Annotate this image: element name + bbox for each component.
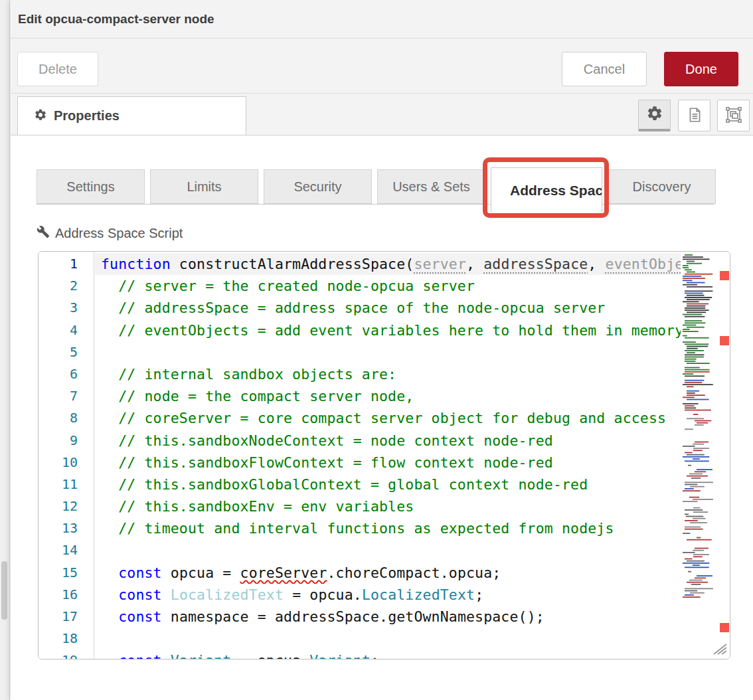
tab-users-sets[interactable]: Users & Sets xyxy=(377,169,485,204)
editor-resize-grip[interactable] xyxy=(712,643,727,655)
dialog-title: Edit opcua-compact-server node xyxy=(11,12,214,27)
line-number: 12 xyxy=(39,495,94,517)
code-line xyxy=(95,628,681,650)
code-line: // this.sandboxNodeContext = node contex… xyxy=(95,430,681,452)
line-number: 11 xyxy=(39,474,94,495)
code-editor[interactable]: 12345678910111213141516171819 function c… xyxy=(38,251,730,659)
description-icon-button[interactable] xyxy=(678,100,711,131)
properties-icon-button[interactable] xyxy=(638,100,671,131)
edit-node-dialog: Edit opcua-compact-server node Delete Ca… xyxy=(11,0,753,700)
line-number: 4 xyxy=(39,319,94,341)
tab-address-space[interactable]: Address Space xyxy=(491,167,602,213)
code-line xyxy=(95,341,681,363)
code-line: // node = the compact server node, xyxy=(95,385,681,407)
line-number: 17 xyxy=(39,606,94,628)
dialog-header: Edit opcua-compact-server node xyxy=(11,0,753,39)
code-line: // this.sandboxFlowContext = flow contex… xyxy=(95,452,681,474)
error-marker xyxy=(720,336,729,345)
code-line: const LocalizedText = opcua.LocalizedTex… xyxy=(95,584,681,606)
code-line: const Variant = opcua.Variant; xyxy=(95,650,681,659)
tab-settings[interactable]: Settings xyxy=(37,169,145,204)
tab-limits[interactable]: Limits xyxy=(150,169,258,204)
tab-security[interactable]: Security xyxy=(264,169,372,204)
code-line: // coreServer = core compact server obje… xyxy=(95,407,681,429)
appearance-icon-button[interactable] xyxy=(717,100,750,131)
section-label-text: Address Space Script xyxy=(55,226,183,241)
workspace-scrollbar[interactable] xyxy=(1,561,7,620)
gear-icon xyxy=(646,105,663,124)
code-line: // this.sandboxGlobalContext = global co… xyxy=(95,474,681,495)
code-line: // this.sandboxEnv = env variables xyxy=(95,495,681,517)
editor-tabs-row: Properties xyxy=(11,94,753,135)
line-number: 7 xyxy=(39,385,94,407)
appearance-icon xyxy=(724,106,743,126)
error-marker xyxy=(720,271,729,280)
code-line: const namespace = addressSpace.getOwnNam… xyxy=(95,606,681,628)
line-number: 16 xyxy=(39,584,94,606)
delete-button[interactable]: Delete xyxy=(17,52,98,86)
code-line: // eventObjects = add event variables he… xyxy=(95,319,681,341)
tab-discovery[interactable]: Discovery xyxy=(608,169,716,204)
line-number: 13 xyxy=(39,517,94,539)
code-line: // server = the created node-opcua serve… xyxy=(95,275,681,297)
editor-minimap[interactable] xyxy=(681,253,718,604)
line-number: 3 xyxy=(39,297,94,319)
screenshot-root: Edit opcua-compact-server node Delete Ca… xyxy=(0,0,753,700)
node-tabs: SettingsLimitsSecurityUsers & SetsAddres… xyxy=(37,169,716,215)
editor-gutter: 12345678910111213141516171819 xyxy=(39,252,94,659)
wrench-icon xyxy=(37,225,50,242)
line-number: 1 xyxy=(39,253,94,275)
line-number: 8 xyxy=(39,407,94,429)
line-number: 9 xyxy=(39,430,94,452)
code-line: function constructAlarmAddressSpace(serv… xyxy=(95,253,681,275)
gear-icon xyxy=(34,108,47,124)
line-number: 14 xyxy=(39,539,94,561)
line-number: 5 xyxy=(39,341,94,363)
line-number: 18 xyxy=(39,628,94,650)
line-number: 2 xyxy=(39,275,94,297)
cancel-button[interactable]: Cancel xyxy=(562,52,647,86)
tab-properties[interactable]: Properties xyxy=(17,96,246,135)
editor-code[interactable]: function constructAlarmAddressSpace(serv… xyxy=(95,252,681,659)
line-number: 19 xyxy=(39,650,94,659)
code-line: // timeout and interval functions as exp… xyxy=(95,517,681,539)
code-line xyxy=(95,539,681,561)
code-line: const opcua = coreServer.choreCompact.op… xyxy=(95,562,681,584)
line-number: 6 xyxy=(39,363,94,385)
line-number: 15 xyxy=(39,562,94,584)
workspace-edge xyxy=(0,0,10,700)
section-label: Address Space Script xyxy=(37,225,183,242)
line-number: 10 xyxy=(39,452,94,474)
code-line: // internal sandbox objects are: xyxy=(95,363,681,385)
done-button[interactable]: Done xyxy=(664,52,738,86)
editor-overview-ruler[interactable] xyxy=(718,252,730,659)
error-marker xyxy=(720,623,729,632)
document-icon xyxy=(686,106,703,126)
dialog-toolbar: Delete Cancel Done xyxy=(11,39,753,94)
code-line: // addressSpace = address space of the n… xyxy=(95,297,681,319)
properties-tab-label: Properties xyxy=(54,108,120,124)
